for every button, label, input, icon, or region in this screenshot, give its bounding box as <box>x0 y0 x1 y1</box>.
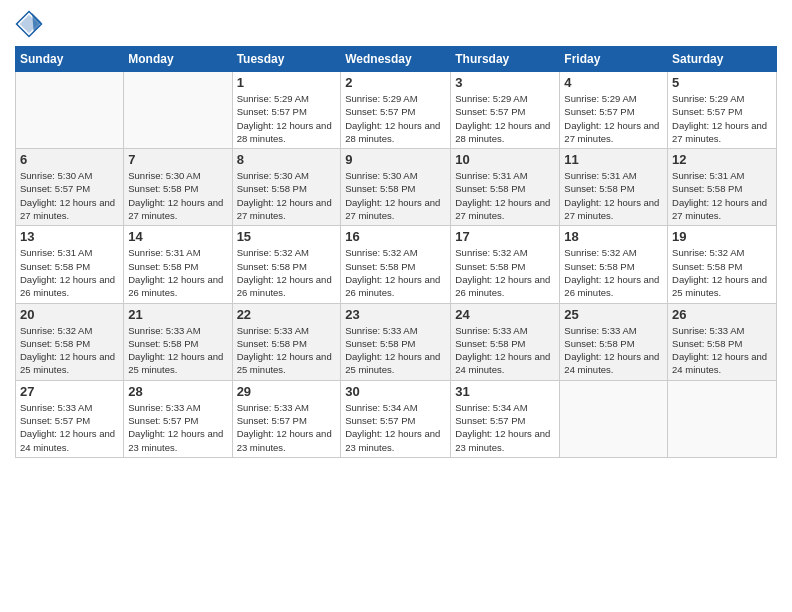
calendar-table: SundayMondayTuesdayWednesdayThursdayFrid… <box>15 46 777 458</box>
calendar-cell: 29Sunrise: 5:33 AM Sunset: 5:57 PM Dayli… <box>232 380 341 457</box>
calendar-cell: 16Sunrise: 5:32 AM Sunset: 5:58 PM Dayli… <box>341 226 451 303</box>
day-number: 3 <box>455 75 555 90</box>
day-number: 25 <box>564 307 663 322</box>
calendar-cell: 30Sunrise: 5:34 AM Sunset: 5:57 PM Dayli… <box>341 380 451 457</box>
calendar-cell: 27Sunrise: 5:33 AM Sunset: 5:57 PM Dayli… <box>16 380 124 457</box>
day-info: Sunrise: 5:31 AM Sunset: 5:58 PM Dayligh… <box>128 246 227 299</box>
calendar-cell: 1Sunrise: 5:29 AM Sunset: 5:57 PM Daylig… <box>232 72 341 149</box>
day-number: 20 <box>20 307 119 322</box>
day-info: Sunrise: 5:33 AM Sunset: 5:58 PM Dayligh… <box>345 324 446 377</box>
calendar-cell: 21Sunrise: 5:33 AM Sunset: 5:58 PM Dayli… <box>124 303 232 380</box>
calendar-week-row: 27Sunrise: 5:33 AM Sunset: 5:57 PM Dayli… <box>16 380 777 457</box>
calendar-cell: 23Sunrise: 5:33 AM Sunset: 5:58 PM Dayli… <box>341 303 451 380</box>
logo <box>15 10 47 38</box>
day-info: Sunrise: 5:32 AM Sunset: 5:58 PM Dayligh… <box>345 246 446 299</box>
day-info: Sunrise: 5:32 AM Sunset: 5:58 PM Dayligh… <box>564 246 663 299</box>
calendar-cell: 9Sunrise: 5:30 AM Sunset: 5:58 PM Daylig… <box>341 149 451 226</box>
day-info: Sunrise: 5:31 AM Sunset: 5:58 PM Dayligh… <box>564 169 663 222</box>
calendar-header-thursday: Thursday <box>451 47 560 72</box>
calendar-header-saturday: Saturday <box>668 47 777 72</box>
calendar-cell: 11Sunrise: 5:31 AM Sunset: 5:58 PM Dayli… <box>560 149 668 226</box>
day-info: Sunrise: 5:30 AM Sunset: 5:57 PM Dayligh… <box>20 169 119 222</box>
day-info: Sunrise: 5:33 AM Sunset: 5:58 PM Dayligh… <box>564 324 663 377</box>
calendar-cell: 22Sunrise: 5:33 AM Sunset: 5:58 PM Dayli… <box>232 303 341 380</box>
day-info: Sunrise: 5:30 AM Sunset: 5:58 PM Dayligh… <box>237 169 337 222</box>
calendar-cell: 13Sunrise: 5:31 AM Sunset: 5:58 PM Dayli… <box>16 226 124 303</box>
day-info: Sunrise: 5:33 AM Sunset: 5:58 PM Dayligh… <box>128 324 227 377</box>
day-number: 13 <box>20 229 119 244</box>
calendar-cell: 12Sunrise: 5:31 AM Sunset: 5:58 PM Dayli… <box>668 149 777 226</box>
calendar-week-row: 6Sunrise: 5:30 AM Sunset: 5:57 PM Daylig… <box>16 149 777 226</box>
day-info: Sunrise: 5:34 AM Sunset: 5:57 PM Dayligh… <box>455 401 555 454</box>
day-number: 12 <box>672 152 772 167</box>
day-info: Sunrise: 5:34 AM Sunset: 5:57 PM Dayligh… <box>345 401 446 454</box>
page: SundayMondayTuesdayWednesdayThursdayFrid… <box>0 0 792 612</box>
calendar-week-row: 1Sunrise: 5:29 AM Sunset: 5:57 PM Daylig… <box>16 72 777 149</box>
calendar-cell <box>16 72 124 149</box>
calendar-cell: 18Sunrise: 5:32 AM Sunset: 5:58 PM Dayli… <box>560 226 668 303</box>
day-number: 6 <box>20 152 119 167</box>
calendar-cell: 31Sunrise: 5:34 AM Sunset: 5:57 PM Dayli… <box>451 380 560 457</box>
day-number: 4 <box>564 75 663 90</box>
day-number: 17 <box>455 229 555 244</box>
day-number: 30 <box>345 384 446 399</box>
day-number: 5 <box>672 75 772 90</box>
day-info: Sunrise: 5:32 AM Sunset: 5:58 PM Dayligh… <box>672 246 772 299</box>
day-number: 11 <box>564 152 663 167</box>
day-info: Sunrise: 5:30 AM Sunset: 5:58 PM Dayligh… <box>345 169 446 222</box>
day-number: 2 <box>345 75 446 90</box>
day-number: 29 <box>237 384 337 399</box>
day-info: Sunrise: 5:29 AM Sunset: 5:57 PM Dayligh… <box>237 92 337 145</box>
calendar-cell <box>668 380 777 457</box>
day-number: 31 <box>455 384 555 399</box>
day-info: Sunrise: 5:33 AM Sunset: 5:57 PM Dayligh… <box>20 401 119 454</box>
day-number: 18 <box>564 229 663 244</box>
day-info: Sunrise: 5:33 AM Sunset: 5:58 PM Dayligh… <box>455 324 555 377</box>
day-info: Sunrise: 5:32 AM Sunset: 5:58 PM Dayligh… <box>455 246 555 299</box>
calendar-cell: 14Sunrise: 5:31 AM Sunset: 5:58 PM Dayli… <box>124 226 232 303</box>
calendar-week-row: 20Sunrise: 5:32 AM Sunset: 5:58 PM Dayli… <box>16 303 777 380</box>
day-info: Sunrise: 5:33 AM Sunset: 5:57 PM Dayligh… <box>128 401 227 454</box>
calendar-cell: 20Sunrise: 5:32 AM Sunset: 5:58 PM Dayli… <box>16 303 124 380</box>
day-info: Sunrise: 5:29 AM Sunset: 5:57 PM Dayligh… <box>345 92 446 145</box>
day-number: 7 <box>128 152 227 167</box>
calendar-week-row: 13Sunrise: 5:31 AM Sunset: 5:58 PM Dayli… <box>16 226 777 303</box>
logo-icon <box>15 10 43 38</box>
calendar-header-monday: Monday <box>124 47 232 72</box>
day-info: Sunrise: 5:29 AM Sunset: 5:57 PM Dayligh… <box>455 92 555 145</box>
calendar-cell: 28Sunrise: 5:33 AM Sunset: 5:57 PM Dayli… <box>124 380 232 457</box>
day-info: Sunrise: 5:29 AM Sunset: 5:57 PM Dayligh… <box>564 92 663 145</box>
day-number: 23 <box>345 307 446 322</box>
calendar-cell: 15Sunrise: 5:32 AM Sunset: 5:58 PM Dayli… <box>232 226 341 303</box>
header <box>15 10 777 38</box>
day-number: 28 <box>128 384 227 399</box>
calendar-header-wednesday: Wednesday <box>341 47 451 72</box>
day-number: 16 <box>345 229 446 244</box>
day-info: Sunrise: 5:30 AM Sunset: 5:58 PM Dayligh… <box>128 169 227 222</box>
day-number: 14 <box>128 229 227 244</box>
calendar-cell: 6Sunrise: 5:30 AM Sunset: 5:57 PM Daylig… <box>16 149 124 226</box>
calendar-cell: 4Sunrise: 5:29 AM Sunset: 5:57 PM Daylig… <box>560 72 668 149</box>
calendar-cell: 10Sunrise: 5:31 AM Sunset: 5:58 PM Dayli… <box>451 149 560 226</box>
calendar-header-friday: Friday <box>560 47 668 72</box>
calendar-cell: 5Sunrise: 5:29 AM Sunset: 5:57 PM Daylig… <box>668 72 777 149</box>
day-info: Sunrise: 5:33 AM Sunset: 5:58 PM Dayligh… <box>672 324 772 377</box>
calendar-cell <box>124 72 232 149</box>
day-info: Sunrise: 5:32 AM Sunset: 5:58 PM Dayligh… <box>237 246 337 299</box>
day-number: 10 <box>455 152 555 167</box>
day-number: 15 <box>237 229 337 244</box>
calendar-cell: 7Sunrise: 5:30 AM Sunset: 5:58 PM Daylig… <box>124 149 232 226</box>
day-number: 21 <box>128 307 227 322</box>
day-info: Sunrise: 5:33 AM Sunset: 5:57 PM Dayligh… <box>237 401 337 454</box>
day-number: 26 <box>672 307 772 322</box>
calendar-cell: 25Sunrise: 5:33 AM Sunset: 5:58 PM Dayli… <box>560 303 668 380</box>
calendar-cell: 24Sunrise: 5:33 AM Sunset: 5:58 PM Dayli… <box>451 303 560 380</box>
day-info: Sunrise: 5:31 AM Sunset: 5:58 PM Dayligh… <box>672 169 772 222</box>
day-number: 9 <box>345 152 446 167</box>
day-number: 27 <box>20 384 119 399</box>
day-info: Sunrise: 5:29 AM Sunset: 5:57 PM Dayligh… <box>672 92 772 145</box>
calendar-cell: 3Sunrise: 5:29 AM Sunset: 5:57 PM Daylig… <box>451 72 560 149</box>
day-info: Sunrise: 5:32 AM Sunset: 5:58 PM Dayligh… <box>20 324 119 377</box>
day-number: 8 <box>237 152 337 167</box>
day-number: 1 <box>237 75 337 90</box>
